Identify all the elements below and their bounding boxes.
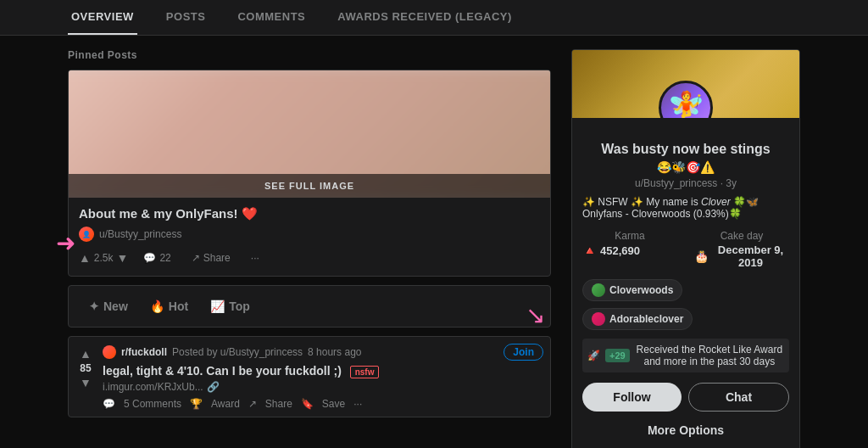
comment-icon: 💬 <box>143 252 156 264</box>
top-label: Top <box>229 300 250 313</box>
nav-awards[interactable]: AWARDS RECEIVED (LEGACY) <box>334 0 515 35</box>
post-title: About me & my OnlyFans! ❤️ <box>79 206 540 221</box>
vote-col-2: ▲ 85 ▼ <box>75 344 96 410</box>
nsfw-badge: nsfw <box>350 366 380 378</box>
community-tags: Cloverwoods Adorableclover <box>582 279 789 330</box>
join-button[interactable]: Join <box>504 344 543 361</box>
cloverwoods-label: Cloverwoods <box>609 284 673 296</box>
hot-label: Hot <box>169 300 188 313</box>
new-icon: ✦ <box>89 300 99 313</box>
share-btn[interactable]: ↗ Share <box>186 249 236 267</box>
downvote-btn[interactable]: ▼ <box>117 251 129 265</box>
karma-icon: 🔺 <box>582 244 597 257</box>
upvote-btn-2[interactable]: ▲ <box>80 347 92 361</box>
award-icon-2: 🏆 <box>190 398 203 410</box>
profile-description: ✨ NSFW ✨ My name is Clover 🍀🦋Onlyfans - … <box>582 196 789 220</box>
right-sidebar: 🧚 Was busty now bee stings 😂🐝🎯⚠️ u/Busty… <box>571 49 800 433</box>
profile-banner: 🧚 <box>572 50 799 118</box>
post2-body: r/fuckdoll Posted by u/Bustyy_princess 8… <box>103 344 543 410</box>
cloverwoods-tag[interactable]: Cloverwoods <box>582 279 682 301</box>
follow-button[interactable]: Follow <box>582 383 682 412</box>
new-label: New <box>103 300 128 313</box>
post2-title: legal, tight & 4'10. Can I be your fuckd… <box>103 364 543 378</box>
share-label: Share <box>203 252 231 264</box>
award-count-badge: +29 <box>605 349 630 362</box>
profile-username: u/Bustyy_princess · 3y <box>582 177 789 189</box>
user-avatar: 👤 <box>79 227 94 242</box>
hot-icon: 🔥 <box>150 300 164 313</box>
more-btn-2[interactable]: ··· <box>353 398 362 410</box>
adorable-icon <box>592 312 605 326</box>
comment-count: 22 <box>159 252 170 264</box>
top-nav: OVERVIEW POSTS COMMENTS AWARDS RECEIVED … <box>0 0 868 36</box>
sort-new-btn[interactable]: ✦ New <box>81 294 136 318</box>
share-label-2[interactable]: Share <box>265 398 292 410</box>
pinned-post-card: SEE FULL IMAGE About me & my OnlyFans! ❤… <box>68 70 551 277</box>
top-icon: 📈 <box>210 300 225 313</box>
vote-count: 2.5k <box>94 252 114 264</box>
action-buttons: Follow Chat <box>582 383 789 412</box>
comments-label-2[interactable]: 5 Comments <box>124 398 181 410</box>
post-meta: 👤 u/Bustyy_princess <box>79 227 540 242</box>
post2-link[interactable]: i.imgur.com/KRJxUb... 🔗 <box>103 381 543 393</box>
left-column: Pinned Posts SEE FULL IMAGE About me & m… <box>68 49 551 433</box>
post-body: About me & my OnlyFans! ❤️ 👤 u/Bustyy_pr… <box>69 198 550 276</box>
post-username[interactable]: u/Bustyy_princess <box>99 228 181 240</box>
subreddit-icon <box>103 345 116 359</box>
profile-emojis: 😂🐝🎯⚠️ <box>582 160 789 174</box>
save-icon-2: 🔖 <box>301 398 314 410</box>
posted-by: Posted by u/Bustyy_princess <box>172 346 303 358</box>
profile-card: 🧚 Was busty now bee stings 😂🐝🎯⚠️ u/Busty… <box>571 49 800 448</box>
nav-comments[interactable]: COMMENTS <box>234 0 309 35</box>
nav-overview[interactable]: OVERVIEW <box>68 0 137 35</box>
stats-row: Karma 🔺 452,690 Cake day 🎂 December 9, 2… <box>582 230 789 269</box>
external-link-icon: 🔗 <box>207 381 220 393</box>
sort-bar: ✦ New 🔥 Hot 📈 Top <box>68 285 551 328</box>
chat-button[interactable]: Chat <box>688 383 789 412</box>
comment-btn[interactable]: 💬 22 <box>138 249 175 267</box>
pink-arrow-2: ↘ <box>526 301 545 329</box>
post2-actions: 💬 5 Comments 🏆 Award ↗ Share 🔖 Save ··· <box>103 398 543 410</box>
main-layout: Pinned Posts SEE FULL IMAGE About me & m… <box>0 36 868 446</box>
pinned-posts-label: Pinned Posts <box>68 49 551 61</box>
profile-display-name: Was busty now bee stings <box>582 142 789 157</box>
pink-arrow-1: ➜ <box>56 229 75 257</box>
fairy-emoji: 🧚 <box>667 92 705 118</box>
vote-section: ▲ 2.5k ▼ <box>79 251 128 265</box>
see-full-image-btn[interactable]: SEE FULL IMAGE <box>69 174 550 198</box>
share-icon: ↗ <box>192 252 200 264</box>
karma-block: Karma 🔺 452,690 <box>582 230 677 269</box>
sort-top-btn[interactable]: 📈 Top <box>202 294 259 318</box>
award-line: 🚀 +29 Received the Rocket Like Award and… <box>582 339 789 372</box>
cake-icon: 🎂 <box>694 249 709 263</box>
more-btn[interactable]: ··· <box>246 249 264 267</box>
cloverwoods-icon <box>592 283 605 297</box>
downvote-btn-2[interactable]: ▼ <box>80 376 92 389</box>
cake-label: Cake day <box>694 230 789 242</box>
rocket-emoji: 🚀 <box>587 350 600 361</box>
karma-label: Karma <box>582 230 677 242</box>
subreddit-line: r/fuckdoll Posted by u/Bustyy_princess 8… <box>103 344 543 361</box>
adorableclover-tag[interactable]: Adorableclover <box>582 308 693 330</box>
karma-value: 🔺 452,690 <box>582 244 677 257</box>
upvote-btn[interactable]: ▲ <box>79 251 91 265</box>
sort-hot-btn[interactable]: 🔥 Hot <box>142 294 197 318</box>
save-label-2[interactable]: Save <box>322 398 345 410</box>
subreddit-name[interactable]: r/fuckdoll <box>121 346 167 358</box>
post-card-2: ▲ 85 ▼ r/fuckdoll Posted by u/Bustyy_pri… <box>68 336 551 417</box>
share-icon-2: ↗ <box>248 398 257 410</box>
comment-icon-2: 💬 <box>103 398 115 410</box>
post-actions: ▲ 2.5k ▼ 💬 22 ↗ Share ··· <box>79 249 540 267</box>
profile-info: Was busty now bee stings 😂🐝🎯⚠️ u/Bustyy_… <box>572 118 799 448</box>
post-thumbnail[interactable]: SEE FULL IMAGE <box>69 70 550 198</box>
nav-posts[interactable]: POSTS <box>163 0 209 35</box>
adorable-label: Adorableclover <box>609 313 683 325</box>
cake-block: Cake day 🎂 December 9, 2019 <box>694 230 789 269</box>
time-ago: 8 hours ago <box>308 346 361 358</box>
cake-value: 🎂 December 9, 2019 <box>694 244 789 269</box>
award-desc: Received the Rocket Like Award and more … <box>635 344 784 367</box>
award-label-2[interactable]: Award <box>211 398 240 410</box>
vote-count-2: 85 <box>80 362 91 374</box>
more-options-button[interactable]: More Options <box>582 420 789 440</box>
